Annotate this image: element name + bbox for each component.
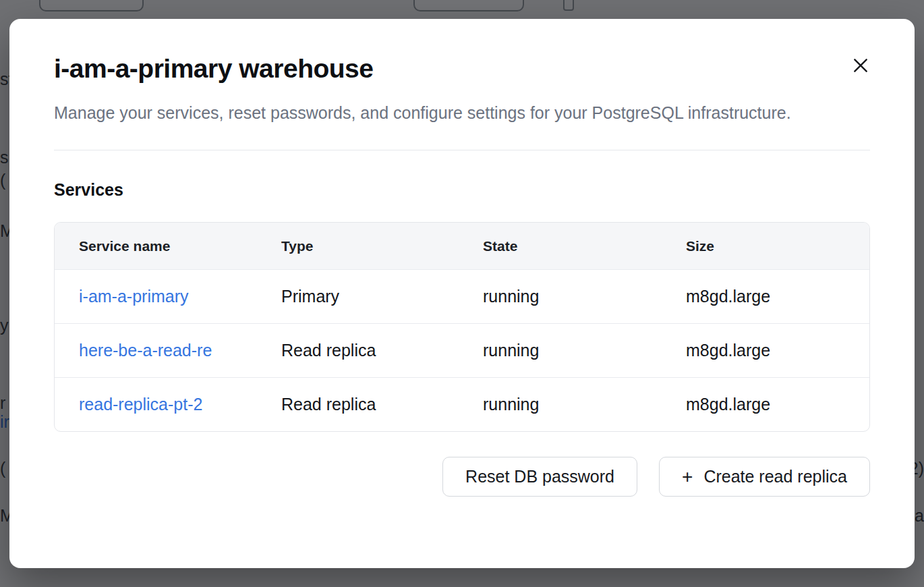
service-size: m8gd.large xyxy=(662,341,869,360)
services-table: Service name Type State Size i-am-a-prim… xyxy=(54,222,870,432)
plus-icon: + xyxy=(682,468,693,486)
reset-db-password-button[interactable]: Reset DB password xyxy=(442,457,637,497)
divider xyxy=(54,150,870,150)
service-name-link[interactable]: i-am-a-primary xyxy=(55,287,257,306)
table-row: read-replica-pt-2 Read replica running m… xyxy=(55,377,869,431)
table-body: i-am-a-primary Primary running m8gd.larg… xyxy=(55,269,869,431)
table-row: here-be-a-read-re Read replica running m… xyxy=(55,323,869,377)
service-state: running xyxy=(459,287,662,306)
column-header-type: Type xyxy=(257,238,459,254)
table-row: i-am-a-primary Primary running m8gd.larg… xyxy=(55,269,869,323)
service-type: Primary xyxy=(257,287,459,306)
dialog-description: Manage your services, reset passwords, a… xyxy=(54,99,816,127)
services-heading: Services xyxy=(54,180,870,200)
create-read-replica-label: Create read replica xyxy=(703,467,847,486)
warehouse-dialog: i-am-a-primary warehouse Manage your ser… xyxy=(9,19,915,568)
column-header-service-name: Service name xyxy=(55,238,257,254)
service-name-link[interactable]: read-replica-pt-2 xyxy=(55,395,257,414)
column-header-state: State xyxy=(459,238,662,254)
service-type: Read replica xyxy=(257,395,459,414)
service-size: m8gd.large xyxy=(662,395,869,414)
service-size: m8gd.large xyxy=(662,287,869,306)
dialog-header: i-am-a-primary warehouse xyxy=(54,54,870,84)
create-read-replica-button[interactable]: + Create read replica xyxy=(659,457,870,497)
dialog-title: i-am-a-primary warehouse xyxy=(54,54,870,84)
table-header-row: Service name Type State Size xyxy=(55,223,869,269)
close-icon xyxy=(852,57,869,76)
service-name-link[interactable]: here-be-a-read-re xyxy=(55,341,257,360)
service-type: Read replica xyxy=(257,341,459,360)
close-button[interactable] xyxy=(846,51,875,81)
service-state: running xyxy=(459,395,662,414)
service-state: running xyxy=(459,341,662,360)
dialog-actions: Reset DB password + Create read replica xyxy=(54,457,870,497)
column-header-size: Size xyxy=(662,238,869,254)
reset-db-password-label: Reset DB password xyxy=(465,467,614,486)
